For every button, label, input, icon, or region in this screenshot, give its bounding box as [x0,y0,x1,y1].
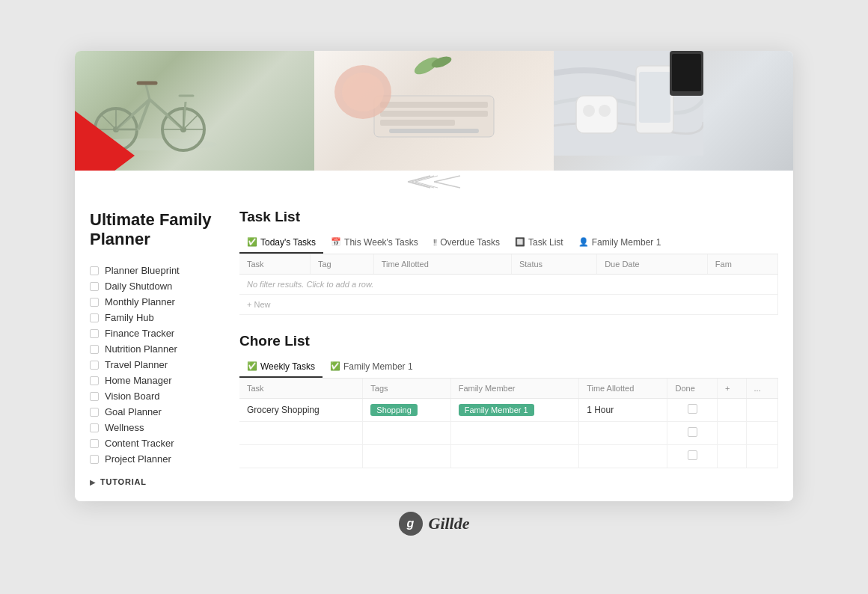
sidebar-item-project-planner[interactable]: Project Planner [90,451,213,467]
nav-checkbox-monthly-planner [90,298,99,307]
sidebar-item-planner-blueprint[interactable]: Planner Blueprint [90,263,213,278]
nav-checkbox-nutrition-planner [90,345,99,354]
chore-col-task: Task [239,379,363,399]
sidebar-item-nutrition-planner[interactable]: Nutrition Planner [90,341,213,357]
svg-line-44 [412,182,434,188]
task-new-label[interactable]: + New [239,294,778,314]
nav-label-home-manager: Home Manager [105,375,172,386]
svg-rect-25 [380,111,488,117]
nav-checkbox-vision-board [90,392,99,401]
task-new-row[interactable]: + New [239,294,778,314]
chore-tab-family-member-1[interactable]: ✅Family Member 1 [323,357,421,378]
tutorial-section[interactable]: ▶ TUTORIAL [90,477,213,486]
chore-extra-done-0[interactable] [667,421,717,444]
extra-checkbox-1[interactable] [688,450,697,460]
chore-extra1-0 [717,398,746,421]
chore-tab-icon-family-member-1: ✅ [330,361,340,371]
sidebar-item-family-hub[interactable]: Family Hub [90,310,213,325]
nav-checkbox-project-planner [90,455,99,464]
nav-checkbox-goal-planner [90,408,99,417]
chore-tab-icon-weekly-tasks: ✅ [247,361,257,371]
chore-extra-done-1[interactable] [667,444,717,468]
chore-tab-weekly-tasks[interactable]: ✅Weekly Tasks [239,357,323,378]
nav-label-wellness: Wellness [105,422,144,433]
svg-rect-27 [389,129,479,133]
tab-label-overdue-tasks: Overdue Tasks [440,237,500,248]
task-tab-family-member-1[interactable]: 👤Family Member 1 [571,233,669,254]
page-title: Ultimate Family Planner [90,210,213,250]
chore-extra-row-0 [239,421,778,444]
tab-icon-task-list: 🔲 [515,237,525,247]
svg-line-46 [434,176,460,182]
sidebar-item-content-tracker[interactable]: Content Tracker [90,435,213,451]
footer-logo: g [399,512,423,536]
nav-label-monthly-planner: Monthly Planner [105,296,175,307]
chore-extra-time-1 [579,444,667,468]
chore-col-more[interactable]: ... [746,379,777,399]
chore-extra-col1-0 [717,421,746,444]
chore-done-0[interactable] [667,398,717,421]
svg-line-41 [412,176,434,182]
chore-extra-row-1 [239,444,778,468]
task-col-fam: Fam [707,254,777,275]
chore-tabs-row: ✅Weekly Tasks✅Family Member 1 [239,357,778,379]
sidebar-item-monthly-planner[interactable]: Monthly Planner [90,294,213,310]
task-col-time-allotted: Time Allotted [373,254,511,275]
chore-tag-0: Shopping [363,398,450,421]
chore-list-table: TaskTagsFamily MemberTime AllottedDone+.… [239,379,778,468]
chore-row-0: Grocery Shopping Shopping Family Member … [239,398,778,421]
nav-label-family-hub: Family Hub [105,312,154,323]
tutorial-arrow-icon: ▶ [90,478,96,486]
nav-label-project-planner: Project Planner [105,453,171,465]
tab-label-task-list: Task List [528,237,563,248]
chore-col-tags: Tags [363,379,450,399]
chore-extra-col2-0 [746,421,777,444]
nav-label-content-tracker: Content Tracker [105,438,174,449]
chore-tab-label-family-member-1: Family Member 1 [343,361,413,372]
chore-extra-tag-0 [363,421,450,444]
nav-checkbox-travel-planner [90,361,99,370]
sidebar-item-goal-planner[interactable]: Goal Planner [90,404,213,420]
nav-label-nutrition-planner: Nutrition Planner [105,343,177,355]
chore-extra-member-0 [450,421,578,444]
right-content: Task List ✅Today's Tasks📅This Week's Tas… [224,195,793,502]
chore-extra-tag-1 [363,444,450,468]
task-tab-task-list[interactable]: 🔲Task List [507,233,571,254]
svg-rect-26 [380,120,455,126]
chore-extra-col1-1 [717,444,746,468]
chore-col-plus[interactable]: + [717,379,746,399]
task-list-table: TaskTagTime AllottedStatusDue DateFam No… [239,254,778,315]
chore-col-done: Done [667,379,717,399]
chore-member-0: Family Member 1 [450,398,578,421]
nav-checkbox-content-tracker [90,439,99,448]
nav-label-vision-board: Vision Board [105,391,159,402]
svg-rect-24 [380,102,488,108]
sidebar-item-wellness[interactable]: Wellness [90,420,213,435]
svg-line-21 [168,114,183,129]
chore-extra-task-0 [239,421,363,444]
sidebar-item-finance-tracker[interactable]: Finance Tracker [90,325,213,341]
footer: g Gillde [399,501,470,543]
sidebar-item-daily-shutdown[interactable]: Daily Shutdown [90,278,213,294]
nav-checkbox-wellness [90,423,99,432]
chore-list-title: Chore List [239,333,778,349]
task-col-due-date: Due Date [597,254,708,275]
svg-point-37 [599,105,611,117]
outer-wrapper: Ultimate Family Planner Planner Blueprin… [0,0,868,594]
nav-items-container: Planner BlueprintDaily ShutdownMonthly P… [90,263,213,467]
nav-label-finance-tracker: Finance Tracker [105,328,174,339]
sidebar-item-home-manager[interactable]: Home Manager [90,373,213,388]
svg-line-47 [434,182,460,188]
task-tab-overdue-tasks[interactable]: ‼Overdue Tasks [426,233,507,254]
sidebar-item-travel-planner[interactable]: Travel Planner [90,357,213,373]
task-col-task: Task [239,254,310,275]
chore-tab-label-weekly-tasks: Weekly Tasks [260,361,315,372]
sidebar-item-vision-board[interactable]: Vision Board [90,388,213,404]
task-tab-todays-tasks[interactable]: ✅Today's Tasks [239,233,323,254]
sidebar: Ultimate Family Planner Planner Blueprin… [75,195,224,502]
chore-task-0: Grocery Shopping [239,398,363,421]
task-tab-this-weeks-tasks[interactable]: 📅This Week's Tasks [323,233,426,254]
extra-checkbox-0[interactable] [688,427,697,437]
tutorial-label: TUTORIAL [100,477,147,486]
done-checkbox-0[interactable] [688,404,697,414]
